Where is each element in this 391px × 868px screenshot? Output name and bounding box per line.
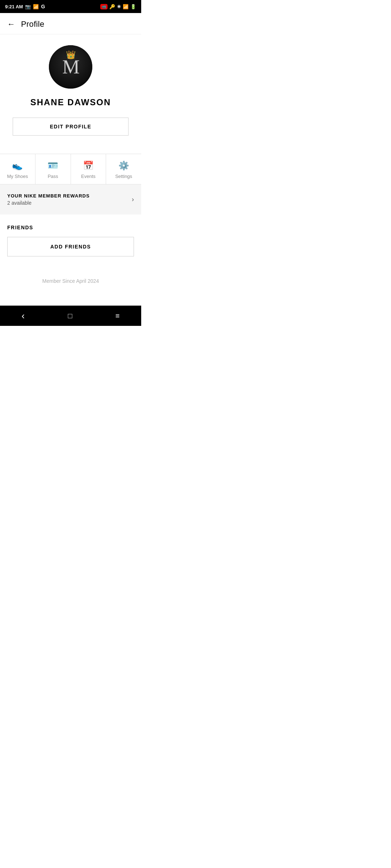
rewards-subtitle: 2 available xyxy=(7,200,90,206)
avatar-crown: 👑 xyxy=(66,50,76,60)
bottom-back-button[interactable]: ‹ xyxy=(14,309,32,323)
nav-label-my-shoes: My Shoes xyxy=(7,174,28,179)
nav-item-settings[interactable]: ⚙️ Settings xyxy=(106,154,141,184)
nav-label-pass: Pass xyxy=(48,174,58,179)
edit-profile-button[interactable]: EDIT PROFILE xyxy=(13,118,129,136)
status-right: 📹 🔑 ✳ 📶 🔋 xyxy=(100,4,136,9)
nav-menu: 👟 My Shoes 🪪 Pass 📅 Events ⚙️ Settings xyxy=(0,154,141,184)
nav-item-my-shoes[interactable]: 👟 My Shoes xyxy=(0,154,35,184)
avatar: 👑 M xyxy=(49,45,92,89)
bluetooth-icon: ✳ xyxy=(117,4,121,9)
nav-label-events: Events xyxy=(81,174,96,179)
status-left: 9:21 AM 📷 📶 G xyxy=(5,4,45,9)
nav-item-pass[interactable]: 🪪 Pass xyxy=(35,154,71,184)
rewards-title: YOUR NIKE MEMBER REWARDS xyxy=(7,193,90,199)
rewards-arrow-icon: › xyxy=(132,196,134,203)
pass-icon: 🪪 xyxy=(47,161,58,171)
battery-icon: 🔋 xyxy=(130,4,136,9)
friends-title: FRIENDS xyxy=(7,225,134,230)
profile-section: 👑 M SHANE DAWSON EDIT PROFILE xyxy=(0,34,141,143)
nav-label-settings: Settings xyxy=(115,174,132,179)
page-title: Profile xyxy=(21,20,44,29)
avatar-canvas: 👑 M xyxy=(49,45,92,89)
member-since: Member Since April 2024 xyxy=(0,264,141,291)
shoe-icon: 👟 xyxy=(12,161,23,171)
bottom-menu-button[interactable]: ≡ xyxy=(108,310,127,322)
add-friends-button[interactable]: ADD FRIENDS xyxy=(7,237,134,256)
rewards-section[interactable]: YOUR NIKE MEMBER REWARDS 2 available › xyxy=(0,184,141,214)
wifi-icon: 📶 xyxy=(123,4,129,9)
events-icon: 📅 xyxy=(83,161,94,171)
back-button[interactable]: ← xyxy=(7,20,15,29)
status-bar: 9:21 AM 📷 📶 G 📹 🔑 ✳ 📶 🔋 xyxy=(0,0,141,13)
rewards-text: YOUR NIKE MEMBER REWARDS 2 available xyxy=(7,193,90,206)
key-icon: 🔑 xyxy=(109,4,115,9)
friends-section: FRIENDS ADD FRIENDS xyxy=(0,214,141,264)
settings-icon: ⚙️ xyxy=(118,161,129,171)
grammarly-icon: G xyxy=(41,4,45,9)
nav-item-events[interactable]: 📅 Events xyxy=(71,154,106,184)
record-icon: 📹 xyxy=(100,4,108,9)
user-name: SHANE DAWSON xyxy=(30,97,111,107)
header: ← Profile xyxy=(0,13,141,34)
signal-icon: 📶 xyxy=(33,4,39,9)
camera-icon: 📷 xyxy=(25,4,31,9)
status-time: 9:21 AM xyxy=(5,4,23,9)
bottom-nav: ‹ □ ≡ xyxy=(0,306,141,326)
bottom-home-button[interactable]: □ xyxy=(60,310,79,322)
